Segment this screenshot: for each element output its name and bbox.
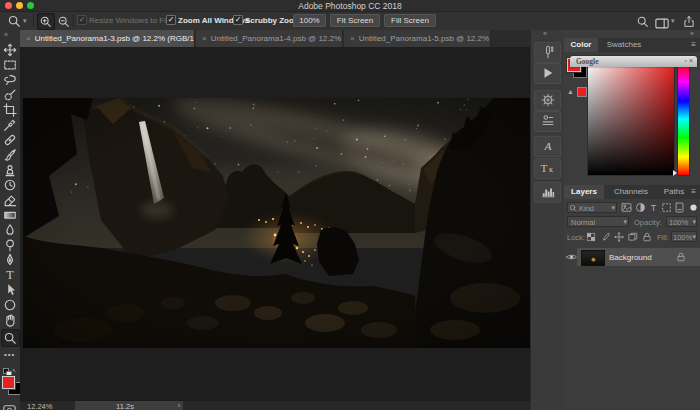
document-tab-bar: ×Untitled_Panorama1-3.psb @ 12.2% (RGB/1…	[20, 30, 530, 47]
separator	[73, 14, 74, 27]
edit-toolbar-ellipsis[interactable]: •••	[4, 350, 15, 359]
actions-panel-button[interactable]	[534, 63, 561, 84]
hue-slider-arrow[interactable]	[673, 170, 677, 176]
tool-gradient[interactable]	[3, 208, 17, 222]
fill-value: 100%	[673, 233, 692, 242]
zoom-in-button[interactable]	[37, 13, 55, 30]
layers-panel-menu-icon[interactable]: ≡	[691, 189, 696, 195]
tool-eyedropper[interactable]	[3, 118, 17, 132]
color-panel-body: ▲	[564, 52, 700, 207]
fill-screen-button[interactable]: Fill Screen	[384, 14, 436, 27]
tool-eraser[interactable]	[3, 193, 17, 207]
tab-color[interactable]: Color	[564, 38, 598, 52]
layer-thumbnail[interactable]	[581, 250, 605, 266]
lock-pixels-icon[interactable]	[600, 232, 610, 242]
scrubby-zoom-checkbox[interactable]: ✓	[233, 15, 243, 25]
tool-move[interactable]	[3, 43, 17, 57]
opacity-dropdown[interactable]: 100% ▾	[666, 216, 697, 227]
tab-paths[interactable]: Paths	[658, 185, 690, 199]
filter-adjustment-layers-icon[interactable]	[635, 202, 646, 213]
tab-panorama1-3[interactable]: ×Untitled_Panorama1-3.psb @ 12.2% (RGB/1…	[20, 30, 195, 47]
histogram-icon	[541, 185, 555, 199]
tool-type[interactable]: T	[3, 268, 17, 282]
window-title: Adobe Photoshop CC 2018	[0, 1, 700, 11]
filter-pixel-layers-icon[interactable]	[621, 202, 632, 213]
gamut-warning-icon[interactable]: ▲	[567, 88, 574, 95]
navigator-panel-button[interactable]	[534, 90, 561, 111]
titlebar: Adobe Photoshop CC 2018	[0, 0, 700, 12]
zoom-100-button[interactable]: 100%	[293, 14, 326, 27]
layer-filter-dropdown[interactable]: Kind ▾	[567, 202, 617, 213]
gamut-swatch[interactable]	[577, 87, 587, 97]
tool-clone-stamp[interactable]	[3, 163, 17, 177]
lock-artboard-icon[interactable]	[628, 232, 638, 242]
status-timing: 11.2s	[75, 402, 175, 410]
foreground-color-swatch[interactable]	[2, 376, 15, 389]
tool-hand[interactable]	[3, 313, 17, 327]
google-window-controls[interactable]: ▫ ×	[684, 57, 693, 64]
color-panel-tab-bar: Color Swatches ≡	[564, 38, 700, 52]
color-panel-menu-icon[interactable]: ≡	[691, 42, 696, 48]
layer-row-background[interactable]: Background	[564, 248, 700, 266]
layers-panel-tab-bar: Layers Channels Paths ≡	[564, 185, 700, 199]
glyphs-panel-button[interactable]: Tĸ	[534, 158, 561, 179]
filter-toggle[interactable]	[688, 202, 699, 213]
layer-lock-icon[interactable]	[676, 252, 686, 262]
fit-screen-button[interactable]: Fit Screen	[330, 14, 380, 27]
status-popup-chevron[interactable]: ›	[178, 402, 180, 409]
collapse-tools-chevron[interactable]: »	[4, 31, 8, 38]
tab-layers[interactable]: Layers	[564, 185, 604, 199]
opacity-value: 100%	[669, 218, 688, 227]
photoshop-window: Adobe Photoshop CC 2018 ▾ ✓ Resize Windo…	[0, 0, 700, 410]
tool-quick-selection[interactable]	[3, 88, 17, 102]
status-zoom-level[interactable]: 12.24%	[27, 402, 52, 410]
tab-channels[interactable]: Channels	[606, 185, 656, 199]
fill-dropdown[interactable]: 100% ▾	[671, 231, 697, 242]
filter-value: Kind	[579, 204, 594, 213]
brush-settings-panel-button[interactable]	[534, 42, 561, 63]
resize-windows-checkbox[interactable]: ✓	[77, 15, 87, 25]
expand-dock-chevron[interactable]: «	[543, 30, 547, 37]
tool-blur[interactable]	[3, 223, 17, 237]
tool-lasso[interactable]	[3, 73, 17, 87]
lock-transparency-icon[interactable]	[586, 232, 596, 242]
tool-spot-healing-brush[interactable]	[3, 133, 17, 147]
clone-source-panel-button[interactable]	[534, 111, 561, 132]
lock-position-icon[interactable]	[614, 232, 624, 242]
hue-slider[interactable]	[678, 63, 689, 175]
options-bar: ▾ ✓ Resize Windows to Fit ✓ Zoom All Win…	[0, 12, 700, 31]
tool-path-selection[interactable]	[3, 283, 17, 297]
tool-crop[interactable]	[3, 103, 17, 117]
filter-type-layers-icon[interactable]: T	[648, 202, 659, 213]
tool-brush[interactable]	[3, 148, 17, 162]
lock-all-icon[interactable]	[642, 232, 652, 242]
blend-mode-dropdown[interactable]: Normal ▾	[567, 216, 629, 227]
collapse-panels-chevron[interactable]: »	[690, 30, 694, 37]
close-tab-icon[interactable]: ×	[20, 34, 35, 43]
close-tab-icon[interactable]: ×	[344, 34, 359, 43]
tab-swatches[interactable]: Swatches	[600, 38, 648, 52]
tool-dodge[interactable]	[3, 238, 17, 252]
canvas-area[interactable]	[20, 47, 530, 400]
zoom-all-windows-checkbox[interactable]: ✓	[166, 15, 176, 25]
saturation-brightness-field[interactable]	[588, 63, 674, 175]
chevron-down-icon: ▾	[692, 218, 696, 226]
tool-ellipse-shape[interactable]	[3, 298, 17, 312]
filter-shape-layers-icon[interactable]	[661, 202, 672, 213]
search-icon	[569, 204, 577, 212]
filter-smart-objects-icon[interactable]	[674, 202, 685, 213]
tab-panorama1-5[interactable]: ×Untitled_Panorama1-5.psb @ 12.2% (ra...	[344, 30, 491, 47]
google-overlay-window[interactable]: Google ▫ ×	[570, 56, 697, 67]
close-tab-icon[interactable]: ×	[196, 34, 211, 43]
tool-pen[interactable]	[3, 253, 17, 267]
visibility-eye-icon[interactable]	[566, 253, 577, 261]
zoom-tool-icon	[7, 14, 21, 28]
tool-history-brush[interactable]	[3, 178, 17, 192]
document-status-bar: 12.24% 11.2s ›	[20, 400, 530, 410]
tool-zoom-selected[interactable]	[1, 329, 20, 347]
character-panel-button[interactable]: A	[534, 136, 561, 157]
tool-rectangular-marquee[interactable]	[3, 58, 17, 72]
histogram-panel-button[interactable]	[534, 182, 561, 203]
quick-mask-icon[interactable]	[3, 402, 16, 410]
tab-panorama1-4[interactable]: ×Untitled_Panorama1-4.psb @ 12.2% (La...	[196, 30, 343, 47]
